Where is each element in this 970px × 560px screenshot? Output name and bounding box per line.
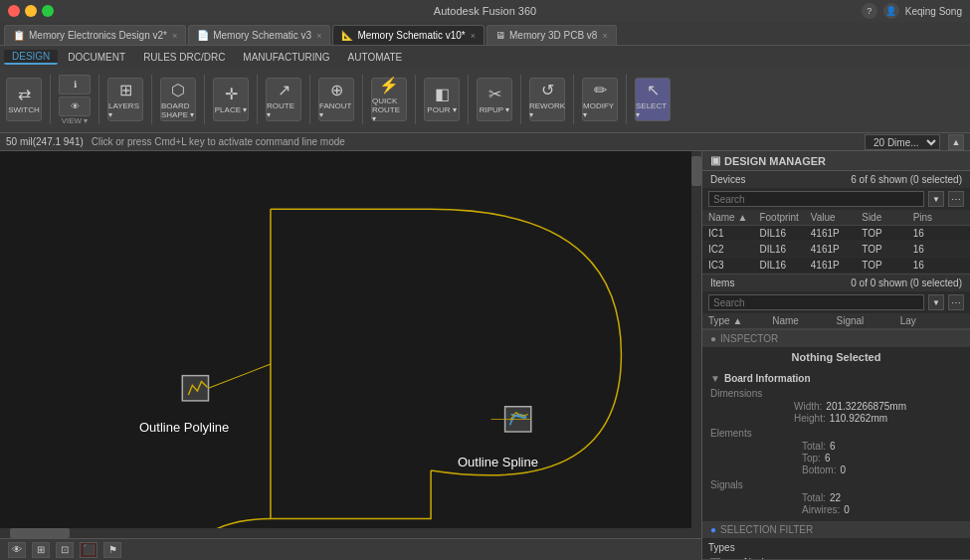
tab-pcb1[interactable]: 🖥 Memory 3D PCB v8 × bbox=[486, 25, 617, 45]
cell-ic3-value: 4161P bbox=[811, 260, 862, 271]
expand-button[interactable]: ▲ bbox=[948, 134, 964, 150]
toolbar-group-layers: ⊞ LAYERS ▾ bbox=[107, 78, 143, 121]
pour-label: POUR ▾ bbox=[427, 105, 456, 114]
items-search-options[interactable]: ⋯ bbox=[948, 294, 964, 310]
toolbar-group-fanout: ⊕ FANOUT ▾ bbox=[318, 78, 354, 121]
sep7 bbox=[362, 75, 363, 124]
toolbar-tab-rules[interactable]: RULES DRC/DRC bbox=[135, 51, 233, 64]
sep6 bbox=[309, 75, 310, 124]
inspector-header[interactable]: ● INSPECTOR bbox=[702, 330, 970, 347]
airwires-label: Airwires: bbox=[802, 504, 840, 515]
devices-section: Devices 6 of 6 shown (0 selected) ▼ ⋯ Na… bbox=[702, 171, 970, 275]
devices-search-dropdown[interactable]: ▼ bbox=[928, 191, 944, 207]
minimize-button[interactable] bbox=[25, 5, 37, 17]
selection-filter-header[interactable]: ● SELECTION FILTER bbox=[702, 521, 970, 538]
place-button[interactable]: ✛ PLACE ▾ bbox=[213, 78, 249, 121]
cell-ic2-pins: 16 bbox=[913, 244, 964, 255]
toolbar-group-ripup: ✂ RIPUP ▾ bbox=[477, 78, 512, 121]
pour-button[interactable]: ◧ POUR ▾ bbox=[424, 78, 460, 121]
horizontal-scrollbar[interactable] bbox=[0, 528, 691, 538]
sep4 bbox=[204, 75, 205, 124]
items-table-header: Type ▲ Name Signal Lay bbox=[702, 313, 970, 329]
stop-button[interactable]: ⬛ bbox=[80, 542, 97, 558]
dimension-dropdown[interactable]: 20 Dime... bbox=[865, 134, 940, 150]
sep10 bbox=[520, 75, 521, 124]
elements-info: Elements Total: 6 Top: 6 Bottom: bbox=[710, 426, 962, 477]
modify-button[interactable]: ✏ MODIFY ▾ bbox=[582, 78, 618, 121]
toolbar-tab-document[interactable]: DOCUMENT bbox=[60, 51, 133, 64]
signals-info: Signals Total: 22 Airwires: 0 bbox=[710, 477, 962, 517]
toolbar-group-place: ✛ PLACE ▾ bbox=[213, 78, 249, 121]
maximize-button[interactable] bbox=[42, 5, 54, 17]
tab-close-schematic1[interactable]: × bbox=[316, 31, 321, 41]
select-button[interactable]: ↖ SELECT ▾ bbox=[635, 78, 671, 121]
elements-total-value: 6 bbox=[830, 441, 836, 452]
view-btn1[interactable]: ℹ bbox=[59, 75, 91, 94]
svg-line-4 bbox=[208, 364, 270, 388]
canvas-area[interactable]: Outline Polyline Outline Spline Outline … bbox=[0, 151, 701, 560]
devices-search-options[interactable]: ⋯ bbox=[948, 191, 964, 207]
route-label: ROUTE ▾ bbox=[267, 101, 300, 119]
board-canvas[interactable] bbox=[0, 151, 701, 538]
vertical-scrollbar[interactable] bbox=[691, 151, 701, 538]
account-icon[interactable]: 👤 bbox=[883, 3, 899, 19]
cell-ic1-pins: 16 bbox=[913, 228, 964, 239]
tab-schematic1[interactable]: 📄 Memory Schematic v3 × bbox=[188, 25, 330, 45]
ripup-button[interactable]: ✂ RIPUP ▾ bbox=[477, 78, 512, 121]
items-search-input[interactable] bbox=[708, 294, 924, 310]
toolbar-tab-manufacturing[interactable]: MANUFACTURING bbox=[235, 51, 337, 64]
type-airwire[interactable]: Airwire bbox=[708, 556, 964, 560]
layers-button[interactable]: ⊞ LAYERS ▾ bbox=[107, 78, 143, 121]
help-icon[interactable]: ? bbox=[862, 3, 877, 19]
board-info-section: ▼ Board Information Dimensions Width: 20… bbox=[702, 367, 970, 521]
toolbar-group-route: ↗ ROUTE ▾ bbox=[266, 78, 301, 121]
layers-toggle-button[interactable]: ⊞ bbox=[32, 542, 50, 558]
toolbar-group-boardshape: ⬡ BOARD SHAPE ▾ bbox=[160, 78, 196, 121]
titlebar: Autodesk Fusion 360 ? 👤 Keqing Song bbox=[0, 0, 970, 22]
table-row[interactable]: IC3 DIL16 4161P TOP 16 bbox=[702, 258, 970, 274]
quickroute-button[interactable]: ⚡ QUICK ROUTE ▾ bbox=[371, 78, 407, 121]
scrollbar-h-thumb[interactable] bbox=[10, 528, 70, 538]
ripup-label: RIPUP ▾ bbox=[480, 105, 510, 114]
toolbar-group-quickroute: ⚡ QUICK ROUTE ▾ bbox=[371, 78, 407, 121]
table-row[interactable]: IC1 DIL16 4161P TOP 16 bbox=[702, 226, 970, 242]
cell-ic1-name: IC1 bbox=[708, 228, 759, 239]
tab-label-schematic1: Memory Schematic v3 bbox=[213, 30, 311, 41]
col-footprint: Footprint bbox=[759, 212, 810, 223]
table-row[interactable]: IC2 DIL16 4161P TOP 16 bbox=[702, 242, 970, 258]
tab-close-design1[interactable]: × bbox=[172, 31, 177, 41]
elements-top-label: Top: bbox=[802, 453, 821, 464]
tab-icon-design1: 📋 bbox=[13, 30, 25, 41]
route-button[interactable]: ↗ ROUTE ▾ bbox=[266, 78, 301, 121]
toolbar-group-view: ℹ 👁 VIEW ▾ bbox=[59, 75, 91, 125]
tab-label-design1: Memory Electronics Design v2* bbox=[29, 30, 167, 41]
switch-button[interactable]: ⇄ SWITCH bbox=[6, 78, 42, 121]
modify-icon: ✏ bbox=[594, 81, 607, 99]
eyeball-toggle-button[interactable]: 👁 bbox=[8, 542, 26, 558]
switch-label: SWITCH bbox=[8, 105, 40, 114]
view-btn2[interactable]: 👁 bbox=[59, 96, 91, 116]
tab-schematic2[interactable]: 📐 Memory Schematic v10* × bbox=[332, 25, 485, 45]
quickroute-label: QUICK ROUTE ▾ bbox=[372, 96, 406, 123]
rework-button[interactable]: ↺ REWORK ▾ bbox=[529, 78, 565, 121]
boardshape-button[interactable]: ⬡ BOARD SHAPE ▾ bbox=[160, 78, 196, 121]
devices-search-input[interactable] bbox=[708, 191, 924, 207]
tab-close-pcb1[interactable]: × bbox=[602, 31, 607, 41]
board-info-title: ▼ Board Information bbox=[710, 371, 962, 386]
items-count: 0 of 0 shown (0 selected) bbox=[851, 278, 962, 288]
scrollbar-v-thumb[interactable] bbox=[691, 156, 701, 186]
items-search-dropdown[interactable]: ▼ bbox=[928, 294, 944, 310]
close-button[interactable] bbox=[8, 5, 20, 17]
grid-button[interactable]: ⊡ bbox=[56, 542, 74, 558]
col-side: Side bbox=[862, 212, 912, 223]
fanout-button[interactable]: ⊕ FANOUT ▾ bbox=[318, 78, 354, 121]
tab-close-schematic2[interactable]: × bbox=[471, 31, 476, 41]
col-value: Value bbox=[811, 212, 862, 223]
inspector-title: INSPECTOR bbox=[720, 333, 778, 344]
flag-button[interactable]: ⚑ bbox=[103, 542, 121, 558]
tab-design1[interactable]: 📋 Memory Electronics Design v2* × bbox=[4, 25, 186, 45]
toolbar-tab-design[interactable]: DESIGN bbox=[4, 50, 58, 65]
inspector-expand-icon: ● bbox=[710, 333, 716, 344]
toolbar-tab-automate[interactable]: AUTOMATE bbox=[340, 51, 411, 64]
cell-ic2-name: IC2 bbox=[708, 244, 759, 255]
